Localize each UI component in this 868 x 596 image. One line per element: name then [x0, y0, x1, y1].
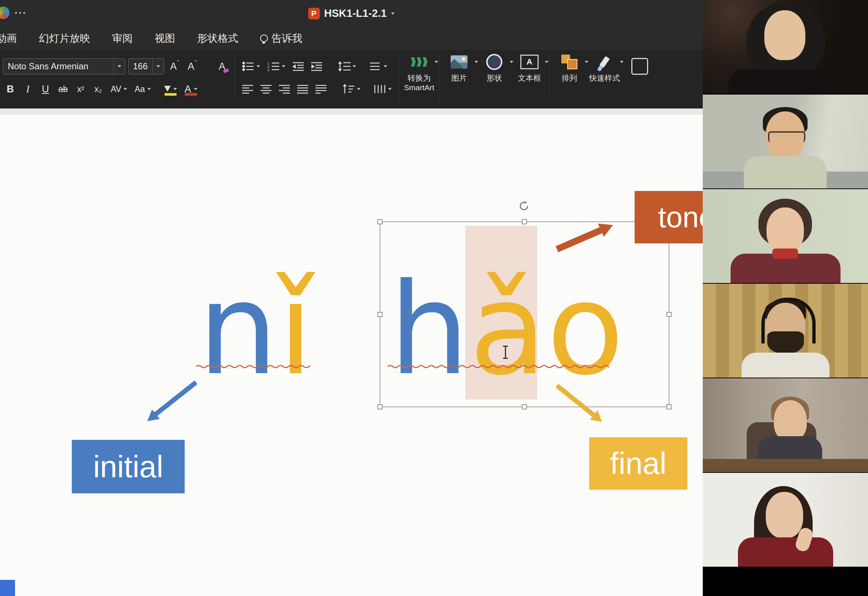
italic-button[interactable]: I [21, 81, 35, 97]
tone-arrow[interactable] [551, 218, 621, 255]
spellcheck-squiggle [196, 364, 310, 369]
arrange-icon [561, 55, 577, 69]
textbox-icon: A [520, 55, 539, 69]
menu-animations[interactable]: 动画 [0, 31, 28, 46]
align-left-button[interactable] [240, 81, 255, 97]
subscript-button[interactable]: x₂ [91, 81, 106, 97]
final-label-box[interactable]: final [589, 437, 687, 490]
font-size-select[interactable]: 166 [128, 58, 164, 74]
selection-handle[interactable] [377, 312, 382, 317]
line-spacing-button[interactable] [336, 58, 358, 74]
format-pane-button[interactable] [622, 50, 657, 108]
shapes-icon [486, 54, 502, 70]
quick-styles-button[interactable]: 快速样式 [587, 50, 622, 108]
numbered-list-button[interactable]: 123 [265, 58, 288, 74]
initial-arrow[interactable] [145, 379, 203, 427]
highlighter-icon [164, 86, 171, 92]
align-right-button[interactable] [277, 81, 292, 97]
initial-label-box[interactable]: initial [72, 440, 185, 493]
menu-view[interactable]: 视图 [144, 31, 186, 46]
text-direction-button[interactable] [367, 58, 390, 74]
participant-video[interactable] [703, 189, 868, 284]
justify-button[interactable] [295, 81, 310, 97]
slide-canvas[interactable]: nǐ hǎo [0, 115, 703, 596]
smartart-icon [411, 57, 428, 67]
menu-slideshow[interactable]: 幻灯片放映 [28, 31, 101, 46]
menubar: 动画 幻灯片放映 审阅 视图 形状格式 告诉我 [0, 27, 703, 50]
video-call-panel [703, 0, 868, 596]
insert-shape-button[interactable]: 形状 [477, 50, 512, 108]
svg-text:3: 3 [267, 68, 269, 71]
text-cursor [505, 346, 506, 359]
clear-formatting-button[interactable]: A [215, 58, 229, 74]
change-case-button[interactable]: Aa [132, 81, 153, 97]
titlebar: ⋯ P HSK1-L1-2.1 [0, 0, 703, 27]
participant-video[interactable] [703, 0, 868, 95]
selection-handle[interactable] [666, 312, 672, 317]
menu-shape-format[interactable]: 形状格式 [186, 31, 249, 46]
rotation-handle[interactable] [517, 200, 530, 214]
participant-video[interactable] [703, 95, 868, 189]
brush-icon [599, 56, 610, 68]
ribbon-toolbar: Noto Sans Armenian 166 Aˆ Aˇ A B I U ab … [0, 50, 703, 109]
selection-handle[interactable] [522, 404, 527, 410]
align-center-button[interactable] [258, 81, 274, 97]
selection-handle[interactable] [666, 404, 672, 410]
highlight-color-button[interactable] [162, 81, 180, 97]
paragraph-group: 123 [237, 50, 397, 108]
title-chevron-icon[interactable] [391, 12, 395, 15]
insert-textbox-button[interactable]: A 文本框 [512, 50, 547, 108]
participant-video[interactable] [703, 284, 868, 378]
tone-label-box[interactable]: tone [635, 191, 703, 243]
sort-button[interactable] [340, 81, 363, 97]
distribute-text-button[interactable] [313, 81, 329, 97]
underline-button[interactable]: U [38, 81, 53, 97]
application-window: ⋯ P HSK1-L1-2.1 动画 幻灯片放映 审阅 视图 形状格式 告诉我 … [0, 0, 868, 596]
final-arrow[interactable] [553, 381, 612, 427]
font-name-select[interactable]: Noto Sans Armenian [3, 58, 125, 74]
insert-picture-button[interactable]: 图片 [441, 50, 477, 108]
columns-button[interactable] [372, 81, 394, 97]
pinyin-word-ni[interactable]: nǐ [198, 266, 313, 393]
textbox-selection[interactable] [379, 221, 669, 407]
background-window-fragment [0, 580, 15, 596]
character-spacing-button[interactable]: AV [108, 81, 129, 97]
selection-handle[interactable] [522, 219, 527, 224]
menu-review[interactable]: 审阅 [101, 31, 144, 46]
participant-video[interactable] [703, 378, 868, 473]
decrease-indent-button[interactable] [291, 58, 306, 74]
document-title[interactable]: HSK1-L1-2.1 [324, 7, 387, 19]
bold-button[interactable]: B [3, 81, 18, 97]
grow-font-button[interactable]: Aˆ [167, 58, 182, 74]
increase-indent-button[interactable] [309, 58, 324, 74]
selection-handle[interactable] [377, 219, 382, 224]
slide-workspace: nǐ hǎo [0, 108, 703, 596]
format-pane-icon [631, 58, 648, 75]
bullet-list-button[interactable] [240, 58, 262, 74]
menu-tell-me[interactable]: 告诉我 [249, 31, 313, 46]
selection-handle[interactable] [377, 404, 382, 410]
font-color-button[interactable]: A [182, 81, 200, 97]
superscript-button[interactable]: x² [73, 81, 88, 97]
font-group: Noto Sans Armenian 166 Aˆ Aˇ A B I U ab … [0, 50, 232, 108]
arrange-button[interactable]: 排列 [552, 50, 587, 108]
powerpoint-icon: P [308, 8, 320, 19]
picture-icon [451, 55, 468, 68]
strikethrough-button[interactable]: ab [56, 81, 70, 97]
lightbulb-icon [260, 34, 268, 42]
shrink-font-button[interactable]: Aˇ [185, 58, 199, 74]
participant-video[interactable] [703, 473, 868, 567]
convert-to-smartart-button[interactable]: 转换为SmartArt [402, 50, 437, 108]
